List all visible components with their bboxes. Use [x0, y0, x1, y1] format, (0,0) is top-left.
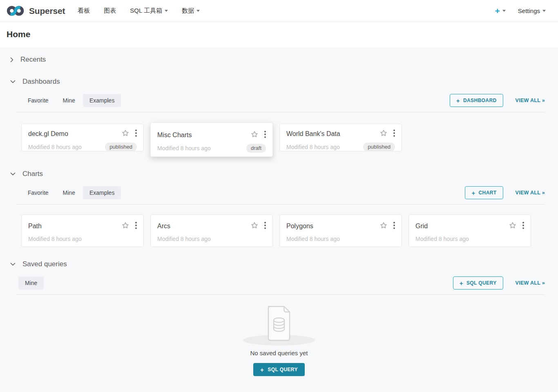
card-title: Arcs: [157, 223, 250, 230]
new-chart-button[interactable]: + CHART: [465, 186, 503, 199]
kebab-menu-icon[interactable]: [135, 129, 137, 138]
status-badge: published: [105, 143, 137, 151]
star-icon[interactable]: [250, 221, 259, 231]
menu-item-dashboards[interactable]: 看板: [71, 0, 97, 22]
caret-down-icon: [502, 10, 506, 12]
tab-dashboards-mine[interactable]: Mine: [56, 94, 82, 107]
card-modified: Modified 8 hours ago: [28, 144, 105, 150]
page-title-bar: Home: [0, 22, 558, 47]
kebab-menu-icon[interactable]: [264, 222, 266, 231]
star-icon[interactable]: [121, 129, 129, 139]
card-title: Polygons: [286, 223, 379, 230]
plus-icon: +: [460, 280, 463, 286]
card-title: Grid: [415, 223, 509, 230]
menu-item-sqllab[interactable]: SQL 工具箱: [123, 0, 175, 22]
kebab-menu-icon[interactable]: [264, 131, 266, 140]
dashboard-card[interactable]: World Bank's Data Modified 8 hours ago p…: [279, 124, 402, 151]
chevron-down-icon: [10, 172, 16, 176]
navbar-right: + Settings: [495, 7, 551, 15]
page-title: Home: [7, 29, 551, 39]
tab-dashboards-favorite[interactable]: Favorite: [21, 94, 55, 107]
caret-down-icon: [542, 10, 546, 12]
card-title: World Bank's Data: [286, 130, 379, 138]
charts-view-all-link[interactable]: VIEW ALL »: [516, 190, 545, 196]
dashboards-actions: + DASHBOARD VIEW ALL »: [450, 94, 545, 107]
card-title: Path: [28, 223, 121, 230]
star-icon[interactable]: [121, 221, 129, 231]
caret-down-icon: [165, 10, 168, 12]
menu-item-charts[interactable]: 图表: [97, 0, 123, 22]
home-content: Recents Dashboards Favorite Mine Example…: [0, 47, 558, 376]
status-badge: published: [363, 143, 395, 151]
card-modified: Modified 8 hours ago: [28, 236, 137, 242]
caret-down-icon: [196, 10, 200, 12]
new-dashboard-button[interactable]: + DASHBOARD: [450, 94, 503, 107]
kebab-menu-icon[interactable]: [393, 129, 395, 138]
section-title-dashboards: Dashboards: [22, 78, 60, 86]
chart-card[interactable]: Arcs Modified 8 hours ago: [150, 214, 273, 247]
plus-icon: +: [456, 98, 460, 104]
plus-icon: +: [471, 190, 475, 196]
chart-card[interactable]: Polygons Modified 8 hours ago: [279, 214, 402, 247]
chart-card[interactable]: Grid Modified 8 hours ago: [408, 214, 531, 247]
brand-name: Superset: [29, 6, 65, 16]
tab-dashboards-examples[interactable]: Examples: [83, 94, 121, 107]
dashboards-view-all-link[interactable]: VIEW ALL »: [516, 98, 545, 103]
section-header-dashboards[interactable]: Dashboards: [0, 77, 558, 87]
chevron-right-icon: [10, 57, 13, 62]
empty-queries-file-database-icon: [266, 305, 292, 344]
star-icon[interactable]: [379, 221, 388, 231]
section-header-recents[interactable]: Recents: [0, 55, 558, 65]
superset-infinity-icon: [7, 5, 25, 17]
card-modified: Modified 8 hours ago: [157, 236, 266, 242]
card-modified: Modified 8 hours ago: [415, 236, 524, 242]
new-item-dropdown[interactable]: +: [495, 7, 506, 15]
kebab-menu-icon[interactable]: [522, 222, 524, 231]
superset-logo[interactable]: Superset: [7, 5, 65, 17]
kebab-menu-icon[interactable]: [393, 222, 395, 231]
dashboards-tabs: Favorite Mine Examples: [21, 94, 122, 107]
dashboard-card[interactable]: Misc Charts Modified 8 hours ago draft: [150, 122, 273, 157]
card-title: Misc Charts: [157, 131, 250, 139]
star-icon[interactable]: [379, 129, 388, 139]
card-modified: Modified 8 hours ago: [286, 144, 363, 150]
dashboards-subheader: Favorite Mine Examples + DASHBOARD VIEW …: [16, 94, 545, 112]
saved-queries-actions: + SQL QUERY VIEW ALL »: [453, 276, 545, 290]
plus-icon: +: [260, 367, 264, 373]
saved-queries-tabs: Mine: [18, 276, 45, 290]
new-sql-query-button[interactable]: + SQL QUERY: [453, 276, 503, 290]
star-icon[interactable]: [509, 221, 517, 231]
tab-charts-mine[interactable]: Mine: [56, 186, 82, 199]
dashboards-cards-row: deck.gl Demo Modified 8 hours ago publis…: [21, 124, 545, 157]
chevron-down-icon: [10, 263, 16, 266]
charts-tabs: Favorite Mine Examples: [21, 186, 122, 199]
saved-queries-subheader: Mine + SQL QUERY VIEW ALL »: [16, 276, 545, 295]
settings-dropdown[interactable]: Settings: [518, 7, 546, 14]
section-title-recents: Recents: [20, 56, 46, 64]
card-title: deck.gl Demo: [28, 130, 121, 138]
empty-state-sql-query-button[interactable]: + SQL QUERY: [253, 363, 305, 376]
status-badge: draft: [246, 144, 266, 153]
dashboard-card[interactable]: deck.gl Demo Modified 8 hours ago publis…: [21, 124, 144, 151]
main-menu: 看板 图表 SQL 工具箱 数据: [71, 0, 207, 22]
card-modified: Modified 8 hours ago: [286, 236, 395, 242]
star-icon[interactable]: [250, 130, 259, 140]
section-title-charts: Charts: [22, 170, 43, 178]
tab-saved-queries-mine[interactable]: Mine: [18, 276, 44, 290]
saved-queries-view-all-link[interactable]: VIEW ALL »: [516, 280, 545, 286]
section-header-saved-queries[interactable]: Saved queries: [0, 259, 558, 269]
saved-queries-empty-state: No saved queries yet + SQL QUERY: [0, 305, 558, 376]
section-title-saved-queries: Saved queries: [22, 260, 67, 268]
chevron-down-icon: [10, 80, 16, 83]
empty-state-message: No saved queries yet: [250, 350, 308, 356]
charts-subheader: Favorite Mine Examples + CHART VIEW ALL …: [16, 186, 545, 205]
charts-cards-row: Path Modified 8 hours ago Arcs: [21, 214, 545, 247]
chart-card[interactable]: Path Modified 8 hours ago: [21, 214, 144, 247]
section-header-charts[interactable]: Charts: [0, 169, 558, 179]
card-modified: Modified 8 hours ago: [157, 145, 246, 151]
plus-icon: +: [495, 7, 500, 15]
tab-charts-favorite[interactable]: Favorite: [21, 186, 55, 199]
menu-item-data[interactable]: 数据: [175, 0, 207, 22]
kebab-menu-icon[interactable]: [135, 222, 137, 231]
tab-charts-examples[interactable]: Examples: [83, 186, 121, 199]
